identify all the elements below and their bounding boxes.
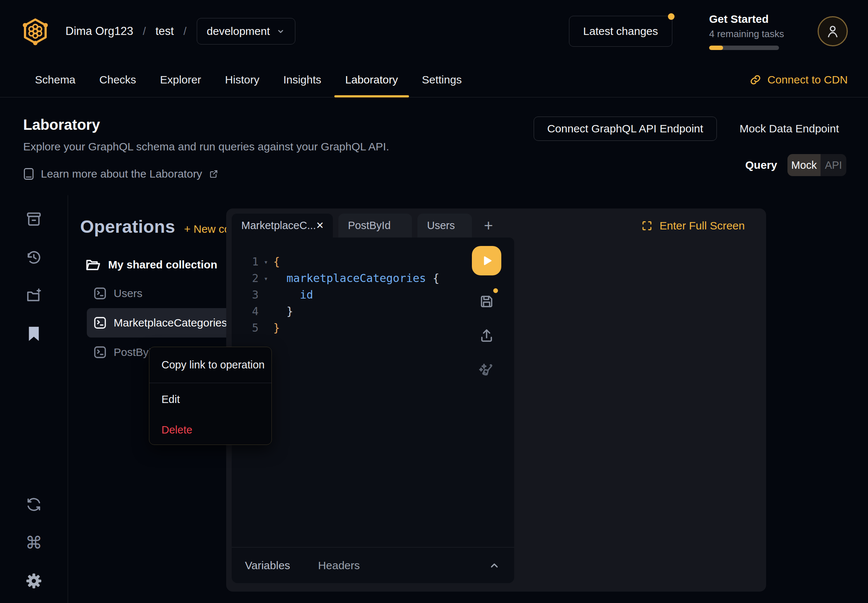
graph-nav: Schema Checks Explorer History Insights …	[0, 62, 868, 97]
get-started-title: Get Started	[709, 13, 779, 25]
fold-arrow-icon[interactable]: ▾	[258, 258, 273, 266]
connect-to-cdn-label: Connect to CDN	[767, 74, 848, 86]
breadcrumb: Dima Org123 / test / development	[56, 18, 296, 45]
settings-gear-icon[interactable]	[25, 572, 42, 589]
external-link-icon	[209, 169, 218, 179]
get-started-subtitle: 4 remaining tasks	[709, 28, 779, 40]
app-header: Dima Org123 / test / development Latest …	[0, 0, 868, 62]
share-operation-button[interactable]	[478, 328, 495, 344]
learn-more-link[interactable]: Learn more about the Laboratory	[23, 168, 389, 180]
saved-operations-icon[interactable]	[25, 325, 42, 342]
bookmark-icon	[26, 325, 42, 342]
toggle-option-api[interactable]: API	[820, 154, 846, 176]
unsaved-dot	[493, 288, 498, 293]
get-started-progressbar	[709, 46, 779, 50]
operations-heading: Operations	[80, 216, 175, 237]
schema-reference-icon[interactable]	[25, 211, 42, 227]
editor-tab-users[interactable]: Users	[418, 213, 472, 238]
line-number: 3	[232, 288, 258, 301]
tab-insights[interactable]: Insights	[272, 62, 332, 97]
history-icon[interactable]	[25, 249, 42, 266]
tab-laboratory[interactable]: Laboratory	[334, 62, 409, 97]
history-clock-icon	[25, 249, 42, 266]
menu-item-copy-link[interactable]: Copy link to operation	[149, 347, 271, 383]
play-icon	[480, 254, 494, 267]
tab-checks[interactable]: Checks	[88, 62, 147, 97]
enter-fullscreen-button[interactable]: Enter Full Screen	[641, 220, 745, 232]
operation-row-marketplacecategories[interactable]: MarketplaceCategories	[87, 308, 248, 337]
line-number: 1	[232, 255, 258, 268]
operation-row-users[interactable]: Users	[87, 279, 248, 308]
code-token: }	[273, 322, 280, 334]
save-operation-button[interactable]	[478, 294, 495, 309]
latest-changes-button[interactable]: Latest changes	[569, 16, 672, 47]
latest-changes-label: Latest changes	[583, 25, 658, 37]
collection-name: My shared collection	[108, 258, 217, 271]
code-token: {	[273, 255, 280, 268]
connect-to-cdn-link[interactable]: Connect to CDN	[749, 74, 848, 86]
tab-history[interactable]: History	[214, 62, 270, 97]
line-number: 2	[232, 272, 258, 284]
keyboard-shortcuts-icon[interactable]: ⌘	[25, 534, 42, 551]
menu-item-delete[interactable]: Delete	[149, 416, 271, 445]
book-icon	[23, 168, 34, 180]
run-query-button[interactable]	[472, 246, 501, 275]
gear-icon	[25, 572, 42, 590]
chevron-down-icon	[276, 26, 285, 36]
link-icon	[749, 74, 762, 86]
menu-item-edit[interactable]: Edit	[149, 383, 271, 416]
editor-tab-postbyid[interactable]: PostById	[338, 213, 412, 238]
query-mode-toggle: Mock API	[788, 154, 846, 176]
editor-tabbar: MarketplaceC... ✕ PostById Users +	[232, 213, 514, 238]
tab-schema[interactable]: Schema	[24, 62, 87, 97]
laboratory-workspace: ⌘	[0, 195, 868, 603]
editor-tab-marketplacecategories[interactable]: MarketplaceC... ✕	[232, 213, 333, 238]
query-editor[interactable]: 1 ▾ { 2 ▾ marketplaceCategories { 3 id	[232, 238, 514, 547]
refresh-icon[interactable]	[25, 496, 42, 513]
toggle-option-mock[interactable]: Mock	[788, 154, 820, 176]
get-started-progress-fill	[709, 46, 723, 50]
folder-plus-icon	[25, 287, 42, 304]
sync-arrows-icon	[25, 496, 42, 513]
folder-open-icon	[85, 257, 101, 273]
collapse-chevron-up-icon[interactable]	[488, 559, 501, 572]
tool-rail: ⌘	[0, 195, 68, 603]
operation-context-menu: Copy link to operation Edit Delete	[149, 347, 272, 445]
variant-selector-value: development	[207, 25, 270, 37]
editor-panel: Enter Full Screen MarketplaceC... ✕ Post…	[226, 209, 766, 592]
save-floppy-icon	[478, 294, 495, 309]
prettify-button[interactable]	[477, 362, 497, 381]
code-token: id	[273, 288, 313, 301]
tab-explorer[interactable]: Explorer	[149, 62, 212, 97]
operation-label: MarketplaceCategories	[114, 317, 227, 329]
person-icon	[825, 23, 840, 39]
variant-selector[interactable]: development	[197, 18, 296, 45]
get-started-widget[interactable]: Get Started 4 remaining tasks	[709, 13, 779, 50]
breadcrumb-separator: /	[184, 25, 186, 37]
add-tab-button[interactable]: +	[477, 213, 500, 238]
code-line: 5 }	[232, 320, 514, 336]
breadcrumb-graph[interactable]: test	[146, 25, 184, 38]
connect-endpoint-button[interactable]: Connect GraphQL API Endpoint	[534, 116, 717, 141]
editor-tab-label: PostById	[348, 220, 391, 232]
archive-box-icon	[25, 211, 42, 227]
breadcrumb-org[interactable]: Dima Org123	[56, 25, 143, 38]
notification-dot	[668, 13, 675, 20]
breadcrumb-separator: /	[143, 25, 145, 37]
user-avatar[interactable]	[818, 16, 848, 46]
new-collection-folder-icon[interactable]	[25, 287, 42, 304]
close-tab-icon[interactable]: ✕	[316, 220, 324, 231]
app-logo-icon[interactable]	[22, 17, 48, 45]
code-token: }	[273, 305, 293, 318]
enter-fullscreen-label: Enter Full Screen	[659, 220, 745, 232]
variables-tab[interactable]: Variables	[245, 559, 290, 572]
page-title: Laboratory	[23, 116, 389, 133]
headers-tab[interactable]: Headers	[318, 559, 360, 572]
operation-terminal-icon	[93, 286, 107, 300]
tab-settings[interactable]: Settings	[411, 62, 473, 97]
broom-sparkles-icon	[477, 362, 497, 381]
query-label: Query	[745, 159, 777, 171]
fold-arrow-icon[interactable]: ▾	[258, 274, 273, 282]
mock-data-endpoint-button[interactable]: Mock Data Endpoint	[740, 122, 839, 135]
editor-tab-label: MarketplaceC...	[241, 220, 316, 232]
